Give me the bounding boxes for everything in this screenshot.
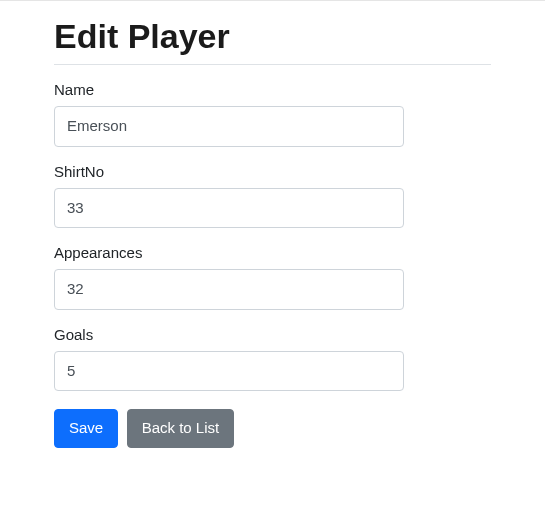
label-name: Name: [54, 81, 404, 98]
input-name[interactable]: [54, 106, 404, 147]
form-group-goals: Goals: [54, 326, 404, 392]
page-title: Edit Player: [54, 17, 491, 56]
edit-form: Name ShirtNo Appearances Goals Save Back…: [54, 81, 404, 448]
form-group-appearances: Appearances: [54, 244, 404, 310]
form-group-shirtno: ShirtNo: [54, 163, 404, 229]
main-container: Edit Player Name ShirtNo Appearances Goa…: [0, 17, 545, 448]
input-goals[interactable]: [54, 351, 404, 392]
divider: [54, 64, 491, 65]
label-appearances: Appearances: [54, 244, 404, 261]
save-button[interactable]: Save: [54, 409, 118, 448]
form-group-name: Name: [54, 81, 404, 147]
label-goals: Goals: [54, 326, 404, 343]
label-shirtno: ShirtNo: [54, 163, 404, 180]
input-appearances[interactable]: [54, 269, 404, 310]
input-shirtno[interactable]: [54, 188, 404, 229]
back-to-list-button[interactable]: Back to List: [127, 409, 235, 448]
form-actions: Save Back to List: [54, 409, 404, 448]
